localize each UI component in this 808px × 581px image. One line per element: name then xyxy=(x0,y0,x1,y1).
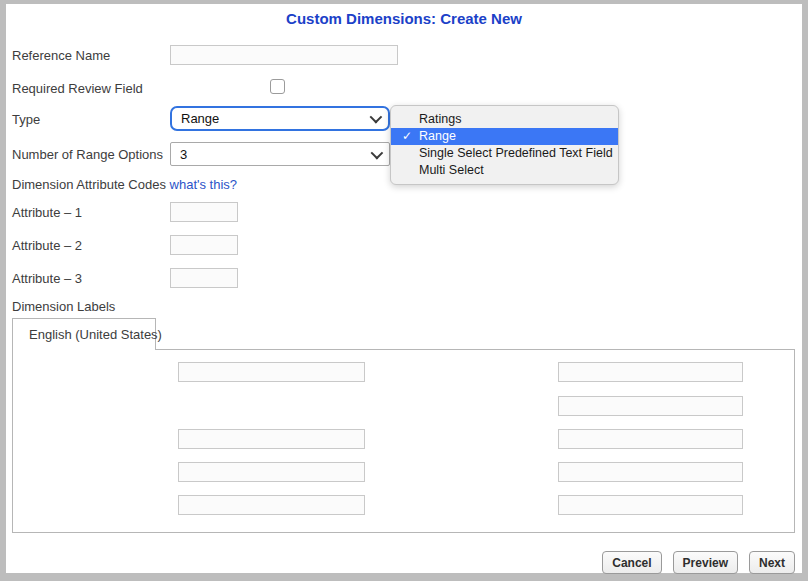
cancel-button[interactable]: Cancel xyxy=(602,551,661,574)
attribute-1-code-input[interactable] xyxy=(170,202,238,222)
attribute-2-code-input[interactable] xyxy=(170,235,238,255)
number-of-range-options-select[interactable]: 3 xyxy=(170,142,390,166)
panel-attribute-1-input[interactable] xyxy=(178,429,365,449)
window: Custom Dimensions: Create New Reference … xyxy=(0,0,808,581)
number-of-range-options-value: 3 xyxy=(180,147,187,162)
number-of-range-options-label: Number of Range Options xyxy=(12,147,163,163)
type-select-value: Range xyxy=(181,111,219,126)
panel-attribute-2-input[interactable] xyxy=(178,462,365,482)
preview-button[interactable]: Preview xyxy=(673,551,738,574)
short-label-2-input[interactable] xyxy=(558,462,743,482)
attribute-3-label: Attribute – 3 xyxy=(12,271,82,287)
whats-this-link[interactable]: what's this? xyxy=(170,177,238,192)
type-dropdown-menu: Ratings ✓ Range Single Select Predefined… xyxy=(390,105,619,185)
menu-item-range[interactable]: ✓ Range xyxy=(391,128,618,145)
type-label: Type xyxy=(12,112,40,128)
dimension-label-input[interactable] xyxy=(178,362,365,382)
menu-item-multi-select[interactable]: Multi Select xyxy=(391,162,618,179)
tab-english-united-states[interactable]: English (United States) xyxy=(12,318,156,350)
reference-name-input[interactable] xyxy=(170,45,398,65)
chevron-down-icon xyxy=(371,146,384,159)
reference-name-label: Reference Name xyxy=(12,48,110,64)
attribute-3-code-input[interactable] xyxy=(170,268,238,288)
chevron-down-icon xyxy=(370,111,383,124)
attribute-2-label: Attribute – 2 xyxy=(12,238,82,254)
short-label-1-input[interactable] xyxy=(558,429,743,449)
page-title: Custom Dimensions: Create New xyxy=(0,10,808,27)
dimension-attribute-codes-heading: Dimension Attribute Codes what's this? xyxy=(12,177,237,193)
short-label-3-input[interactable] xyxy=(558,495,743,515)
menu-item-single-select-predefined-text-field[interactable]: Single Select Predefined Text Field xyxy=(391,145,618,162)
required-review-checkbox[interactable] xyxy=(270,79,285,94)
menu-item-ratings[interactable]: Ratings xyxy=(391,111,618,128)
type-select[interactable]: Range xyxy=(170,106,390,131)
required-review-label: Required Review Field xyxy=(12,81,143,97)
dimension-labels-heading: Dimension Labels xyxy=(12,299,115,315)
next-button[interactable]: Next xyxy=(749,551,795,574)
teaser-label-input[interactable] xyxy=(558,396,743,416)
panel-attribute-3-input[interactable] xyxy=(178,495,365,515)
checkmark-icon: ✓ xyxy=(398,128,416,145)
attribute-1-label: Attribute – 1 xyxy=(12,205,82,221)
short-label-input[interactable] xyxy=(558,362,743,382)
footer-buttons: Cancel Preview Next xyxy=(602,551,795,574)
